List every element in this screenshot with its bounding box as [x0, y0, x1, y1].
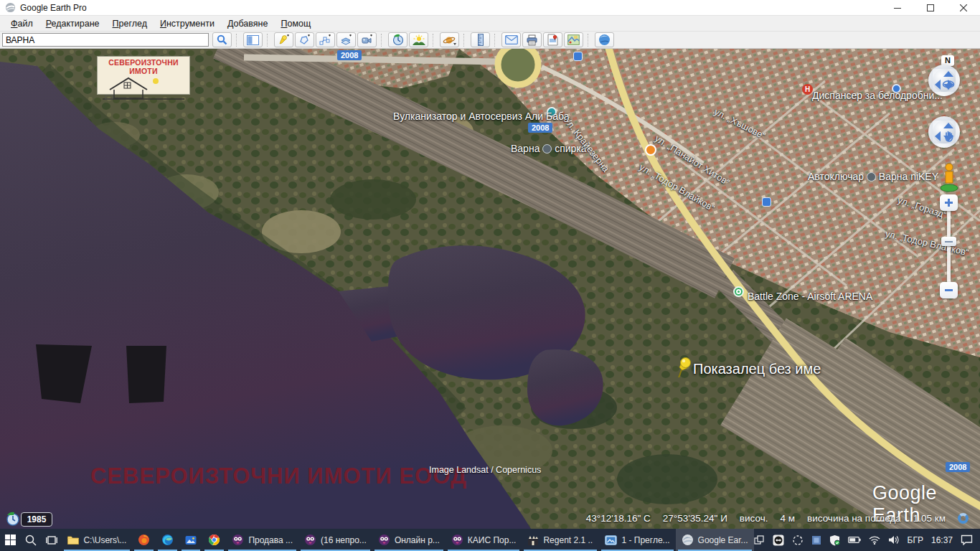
- maximize-button[interactable]: [914, 0, 947, 16]
- road-shield: 2008: [946, 462, 970, 472]
- save-image-button[interactable]: [543, 32, 562, 47]
- print-button[interactable]: [522, 32, 542, 47]
- taskbar-app-google-earth[interactable]: Google Ear...: [676, 529, 754, 551]
- start-button[interactable]: [0, 529, 21, 551]
- taskbar-app-imot-unread[interactable]: (16 непро...: [298, 529, 372, 551]
- tray-language-indicator[interactable]: БГР: [908, 535, 923, 545]
- windows-taskbar: C:\Users\... Продава ... (16 непро... Он…: [0, 529, 980, 551]
- add-polygon-button[interactable]: [295, 32, 314, 47]
- taskbar-search-button[interactable]: [21, 529, 42, 551]
- menu-view[interactable]: Преглед: [106, 17, 154, 31]
- zoom-in-button[interactable]: [940, 194, 958, 211]
- zoom-out-button[interactable]: [940, 282, 958, 298]
- status-longitude: 27°53'35.24" И: [663, 513, 727, 524]
- menu-tools[interactable]: Инструменти: [154, 17, 221, 31]
- taskbar-app-imot-prodava[interactable]: Продава ...: [226, 529, 298, 551]
- menu-add[interactable]: Добавяне: [221, 17, 275, 31]
- tray-clock[interactable]: 16:37: [931, 535, 953, 545]
- firefox-icon: [138, 534, 150, 546]
- teamviewer-tray-icon[interactable]: [773, 534, 784, 546]
- zoom-slider-track[interactable]: [947, 208, 951, 287]
- taskbar-app-image-preview[interactable]: 1 - Прегле...: [599, 529, 675, 551]
- taskbar-app-photos[interactable]: [179, 529, 202, 551]
- status-elevation-label: височ.: [740, 513, 768, 524]
- agency-logo-overlay: СЕВЕРОИЗТОЧНИ ИМОТИ: [97, 56, 190, 95]
- battle-zone-poi-icon[interactable]: [733, 286, 744, 297]
- look-joystick[interactable]: [928, 65, 960, 96]
- volume-tray-icon[interactable]: [888, 535, 900, 545]
- task-view-button[interactable]: [42, 529, 62, 551]
- hospital-poi-icon[interactable]: H: [802, 84, 813, 95]
- map-viewport[interactable]: СЕВЕРОИЗТОЧНИ ИМОТИ 2008 2008 2008 H Вул…: [0, 49, 980, 529]
- wifi-tray-icon[interactable]: [869, 536, 880, 545]
- minimize-button[interactable]: [881, 0, 914, 16]
- restaurant-poi-icon[interactable]: [645, 144, 656, 156]
- eye-icon[interactable]: [942, 80, 955, 89]
- tray-show-hidden-icon[interactable]: [754, 535, 765, 545]
- maximize-icon: [927, 4, 934, 11]
- chrome-icon: [208, 534, 220, 546]
- look-left-icon[interactable]: [935, 80, 941, 90]
- add-placemark-icon: [278, 34, 290, 46]
- add-image-overlay-button[interactable]: [336, 32, 356, 47]
- sidebar-toggle-button[interactable]: [243, 32, 263, 47]
- taskbar-app-label: Regent 2.1 ...: [543, 535, 593, 545]
- zoom-slider-handle[interactable]: [941, 237, 956, 246]
- agency-house-icon: [100, 75, 187, 101]
- add-placemark-button[interactable]: [274, 32, 293, 47]
- owl-icon: [378, 534, 390, 546]
- pegman-street-view[interactable]: [938, 162, 960, 192]
- status-elevation-value: 4 м: [780, 513, 795, 524]
- taskbar-app-label: C:\Users\...: [83, 535, 126, 545]
- sync-tray-icon[interactable]: [792, 534, 804, 546]
- defender-tray-icon[interactable]: [829, 534, 840, 546]
- transit-poi-icon[interactable]: [573, 52, 583, 61]
- search-button[interactable]: [212, 32, 232, 47]
- bus-stop-poi-icon[interactable]: [762, 197, 771, 207]
- historical-imagery-icon: [392, 34, 405, 46]
- email-button[interactable]: [501, 32, 521, 47]
- globe-button[interactable]: [595, 32, 614, 47]
- taskbar-app-kais-portal[interactable]: КАИС Пор...: [446, 529, 522, 551]
- search-icon: [217, 34, 227, 45]
- train-stop-icon: [542, 144, 552, 154]
- battery-tray-icon[interactable]: [848, 536, 861, 544]
- taskbar-app-edge[interactable]: [156, 529, 179, 551]
- taskbar-app-label: (16 непро...: [321, 535, 367, 545]
- add-path-button[interactable]: [316, 32, 335, 47]
- yellow-pushpin-icon[interactable]: [675, 356, 692, 379]
- taskbar-app-firefox[interactable]: [132, 529, 156, 551]
- planets-button[interactable]: [440, 32, 459, 47]
- display-tray-icon[interactable]: [811, 535, 821, 545]
- taskbar-app-label: Онлайн р...: [395, 535, 440, 545]
- record-tour-button[interactable]: [357, 32, 377, 47]
- move-joystick[interactable]: [928, 116, 960, 148]
- menu-help[interactable]: Помощ: [274, 17, 317, 31]
- google-earth-icon: [682, 534, 694, 546]
- historical-imagery-button[interactable]: [388, 32, 407, 47]
- action-center-icon[interactable]: [961, 534, 973, 545]
- menu-edit[interactable]: Редактиране: [39, 17, 106, 31]
- taskbar-app-label: Продава ...: [248, 535, 293, 545]
- look-up-icon[interactable]: [943, 71, 953, 77]
- menu-file[interactable]: Файл: [4, 17, 39, 31]
- view-in-maps-button[interactable]: [564, 32, 583, 47]
- planets-icon: [443, 34, 457, 46]
- taskbar-app-imot-online[interactable]: Онлайн р...: [372, 529, 446, 551]
- taskbar-app-file-explorer[interactable]: C:\Users\...: [62, 529, 132, 551]
- taskbar-app-chrome[interactable]: [202, 529, 226, 551]
- move-left-icon[interactable]: [935, 131, 941, 141]
- close-button[interactable]: [947, 0, 980, 16]
- search-input[interactable]: [2, 33, 209, 47]
- close-icon: [960, 4, 967, 11]
- window-title: Google Earth Pro: [20, 3, 87, 13]
- pan-hand-icon[interactable]: [943, 131, 954, 142]
- sunlight-button[interactable]: [409, 32, 428, 47]
- road-shield: 2008: [337, 50, 362, 60]
- ruler-button[interactable]: [471, 32, 490, 47]
- placemark-label[interactable]: Показалец без име: [693, 361, 821, 377]
- imagery-date-chip[interactable]: 1985: [21, 512, 52, 527]
- time-slider-clock-icon[interactable]: [5, 512, 21, 527]
- taskbar-app-regent[interactable]: Regent 2.1 ...: [522, 529, 599, 551]
- move-up-icon[interactable]: [943, 123, 953, 128]
